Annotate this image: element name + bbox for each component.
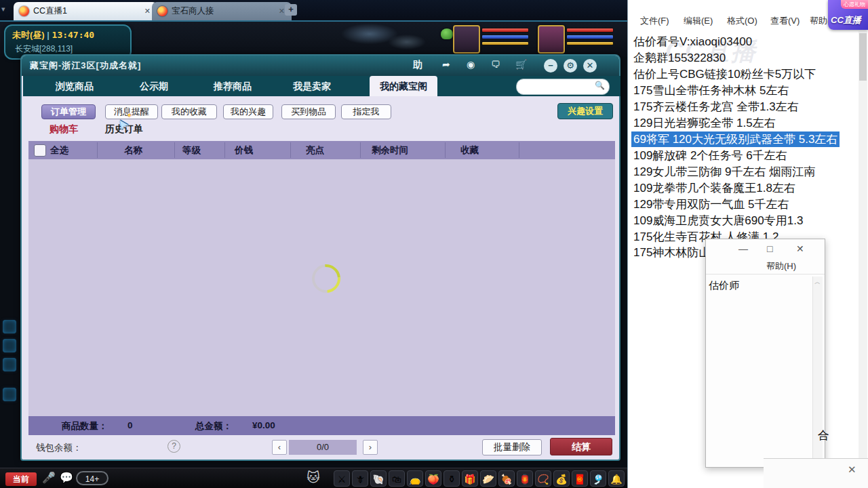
tab-my-pavilion[interactable]: 我的藏宝阁 xyxy=(370,76,437,96)
notepad-scrollbar[interactable] xyxy=(859,31,867,458)
dialog-title: 藏宝阁-浙江3区[功成名就] xyxy=(30,60,141,72)
note-line: 129日光岩狮驼全带 1.5左右 xyxy=(633,115,776,131)
button-my-favorites[interactable]: 我的收藏 xyxy=(161,104,217,119)
subtab-shopping-cart[interactable]: 购物车 xyxy=(50,123,78,136)
column-highlights[interactable]: 亮点 xyxy=(306,144,324,157)
player-status-frame xyxy=(538,24,625,54)
close-icon[interactable]: ✕ xyxy=(848,464,856,476)
current-channel-badge[interactable]: 当前 xyxy=(5,472,37,486)
close-button[interactable]: ✕ xyxy=(583,59,597,73)
page-indicator: 0/0 xyxy=(289,440,357,455)
column-price[interactable]: 价钱 xyxy=(235,144,253,157)
hotbar-item-icon[interactable]: 📿 xyxy=(535,470,551,487)
button-order-management[interactable]: 订单管理 xyxy=(41,104,96,119)
dialog-title-bar[interactable]: 藏宝阁-浙江3区[功成名就] 助 ➦ ◉ 🗨 🛒 − ⚙ ✕ xyxy=(22,56,619,76)
note-line: 129带专用双防一气血 5千左右 xyxy=(633,197,789,212)
record-icon[interactable]: ◉ xyxy=(467,59,475,70)
screen: ▾ CC直播1 ✕ 宝石商人接 ✕ + 未时(昼) xyxy=(0,0,868,488)
cart-icon[interactable]: 🛒 xyxy=(515,59,527,70)
scrollbar-thumb[interactable] xyxy=(859,33,867,81)
menu-view[interactable]: 查看(V) xyxy=(770,15,800,27)
settings-gear-button[interactable]: ⚙ xyxy=(564,59,577,73)
column-time-remaining[interactable]: 剩余时间 xyxy=(372,144,408,157)
hotbar-item-icon[interactable]: ⚱ xyxy=(443,470,460,487)
scroll-up-icon[interactable]: ︿ xyxy=(814,278,821,287)
minimize-icon[interactable]: — xyxy=(738,243,748,254)
search-icon: 🔍 xyxy=(595,81,605,90)
chat-bubble-icon[interactable]: 💬 xyxy=(60,471,73,484)
hotbar-item-icon[interactable]: ⚔ xyxy=(334,470,350,487)
button-purchased-items[interactable]: 买到物品 xyxy=(281,104,336,119)
search-input[interactable] xyxy=(522,80,595,94)
note-line: 129女儿带三防御 9千左右 烟雨江南 xyxy=(633,164,815,180)
browser-tab-cc-live[interactable]: CC直播1 ✕ xyxy=(14,2,157,20)
button-my-interests[interactable]: 我的兴趣 xyxy=(223,104,273,119)
clock-divider: | xyxy=(47,30,50,40)
select-all-checkbox[interactable] xyxy=(34,144,46,157)
button-interest-settings[interactable]: 兴趣设置 xyxy=(557,103,613,119)
button-assigned-to-me[interactable]: 指定我 xyxy=(341,104,391,119)
hotbar-item-icon[interactable]: 🎁 xyxy=(462,470,478,487)
hotbar-item-icon[interactable]: 🥟 xyxy=(480,470,496,487)
character-sprite xyxy=(441,28,453,39)
game-hotbar: 当前 🎤 💬 14+ 🐱 ⚔ 🗡 🐚 🛍 👝 🍑 ⚱ 🎁 🥟 🍖 🏮 📿 💰 🧧… xyxy=(0,468,627,488)
help-question-icon[interactable]: ? xyxy=(167,440,180,453)
share-icon[interactable]: ➦ xyxy=(442,59,450,70)
chat-icon[interactable]: 🗨 xyxy=(491,59,500,70)
column-select-all[interactable]: 全选 xyxy=(50,144,68,157)
hotbar-item-icon[interactable]: 🐚 xyxy=(370,470,387,487)
column-favorite[interactable]: 收藏 xyxy=(460,144,479,157)
hotbar-item-icon[interactable]: 🍖 xyxy=(498,470,515,487)
help-button[interactable]: 助 xyxy=(413,59,422,71)
wish-gift-badge: 心愿礼物 xyxy=(841,0,868,9)
column-level[interactable]: 等级 xyxy=(182,144,201,157)
tab-recommended[interactable]: 推荐商品 xyxy=(214,76,252,96)
sidebar-glyph-icon[interactable] xyxy=(3,358,16,371)
hotbar-item-icon[interactable]: 🛍 xyxy=(389,470,405,487)
quantity-value: 0 xyxy=(127,420,133,430)
overlay-help-menu[interactable]: 帮助(H) xyxy=(766,260,796,272)
menu-format[interactable]: 格式(O) xyxy=(727,15,757,27)
menu-edit[interactable]: 编辑(E) xyxy=(684,15,713,27)
close-icon[interactable]: ✕ xyxy=(796,243,804,254)
tab-browse-goods[interactable]: 浏览商品 xyxy=(56,76,94,96)
sidebar-glyph-icon[interactable] xyxy=(3,320,16,333)
tab-i-am-seller[interactable]: 我是卖家 xyxy=(293,76,331,96)
note-line: 企鹅群155322830 xyxy=(633,50,726,66)
new-tab-button[interactable]: + xyxy=(285,4,297,16)
time-period: 未时(昼) xyxy=(12,30,45,40)
browser-tab-gem-trader[interactable]: 宝石商人接 ✕ xyxy=(152,2,292,20)
tab-label: 宝石商人接 xyxy=(172,5,214,17)
sidebar-glyph-icon[interactable] xyxy=(3,339,16,352)
table-body-empty xyxy=(28,159,615,416)
page-next-button[interactable]: › xyxy=(363,440,378,455)
minimize-button[interactable]: − xyxy=(544,59,557,73)
close-icon[interactable]: ✕ xyxy=(143,7,152,16)
microphone-icon[interactable]: 🎤 xyxy=(42,471,56,484)
hotbar-item-icon[interactable]: 👝 xyxy=(407,470,423,487)
total-value: ¥0.00 xyxy=(252,420,275,430)
maximize-icon[interactable]: □ xyxy=(767,243,772,254)
sidebar-glyph-icon[interactable] xyxy=(3,388,16,401)
column-name[interactable]: 名称 xyxy=(124,144,142,157)
player-status-frame xyxy=(453,24,533,54)
page-prev-button[interactable]: ‹ xyxy=(272,440,287,455)
menu-file[interactable]: 文件(F) xyxy=(640,15,669,27)
checkout-button[interactable]: 结算 xyxy=(550,438,612,455)
hotbar-item-icon[interactable]: 🍑 xyxy=(425,470,441,487)
batch-delete-button[interactable]: 批量删除 xyxy=(482,439,542,455)
hotbar-item-icon[interactable]: 🏮 xyxy=(517,470,533,487)
pet-cat-icon[interactable]: 🐱 xyxy=(307,470,320,485)
hotbar-item-icon[interactable]: 🧧 xyxy=(572,470,588,487)
hotbar-item-icon[interactable]: 🗡 xyxy=(352,470,368,487)
note-line-highlighted: 69将军 120大光无级别武器全带 5.3左右 xyxy=(631,131,840,147)
quantity-label: 商品数量： xyxy=(62,420,108,432)
hotbar-item-icon[interactable]: 💰 xyxy=(553,470,570,487)
hotbar-item-icon[interactable]: 🔔 xyxy=(608,470,625,487)
browser-menu-icon[interactable]: ▾ xyxy=(1,5,5,14)
browser-tab-bar: ▾ CC直播1 ✕ 宝石商人接 ✕ + xyxy=(0,0,627,20)
note-line: 估价上号CBG链接10粉丝卡5万以下 xyxy=(633,66,816,82)
avatar xyxy=(453,25,480,54)
hotbar-item-icon[interactable]: 🎐 xyxy=(590,470,606,487)
tab-public-period[interactable]: 公示期 xyxy=(140,76,168,96)
